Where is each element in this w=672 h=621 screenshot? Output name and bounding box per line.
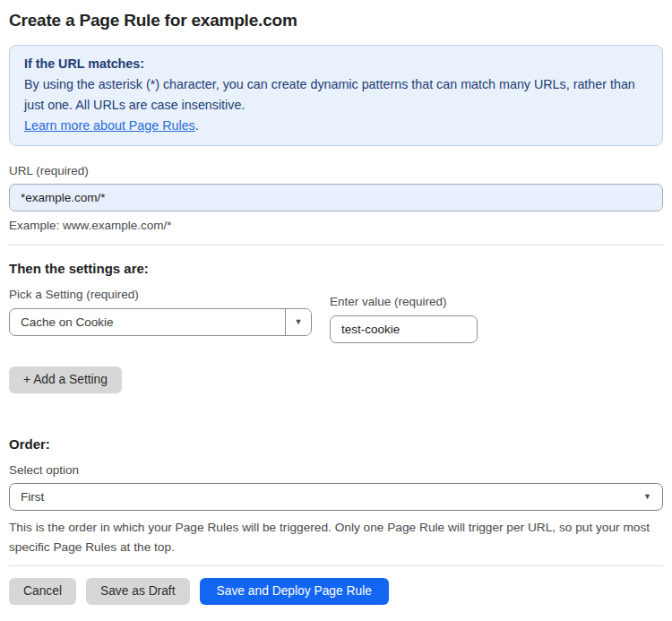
setting-value-input[interactable]: [330, 315, 478, 343]
enter-value-label: Enter value (required): [330, 295, 478, 308]
chevron-down-icon: ▼: [295, 318, 303, 326]
link-suffix-text: .: [195, 118, 199, 133]
info-box-link-line: Learn more about Page Rules.: [24, 116, 648, 136]
url-field-label: URL (required): [9, 164, 663, 177]
save-deploy-button[interactable]: Save and Deploy Page Rule: [200, 578, 389, 605]
cancel-button[interactable]: Cancel: [9, 578, 76, 605]
pick-setting-selected-value: Cache on Cookie: [10, 309, 285, 335]
learn-more-link[interactable]: Learn more about Page Rules: [24, 118, 195, 133]
order-section-heading: Order:: [9, 436, 663, 452]
chevron-down-icon: ▼: [643, 493, 651, 501]
pick-setting-column: Pick a Setting (required) Cache on Cooki…: [9, 288, 312, 343]
save-draft-button[interactable]: Save as Draft: [86, 578, 190, 605]
dropdown-arrow-button[interactable]: ▼: [285, 309, 311, 335]
settings-section-heading: Then the settings are:: [9, 261, 663, 276]
order-select[interactable]: First ▼: [9, 483, 663, 511]
section-divider: [9, 245, 663, 246]
order-help-text: This is the order in which your Page Rul…: [9, 518, 652, 557]
add-setting-button[interactable]: + Add a Setting: [9, 367, 122, 393]
info-box-body: By using the asterisk (*) character, you…: [24, 74, 642, 116]
page-title: Create a Page Rule for example.com: [9, 11, 663, 30]
pick-setting-label: Pick a Setting (required): [9, 288, 312, 301]
url-match-info-box: If the URL matches: By using the asteris…: [9, 45, 663, 146]
create-page-rule-form: Create a Page Rule for example.com If th…: [9, 11, 663, 605]
footer-actions: Cancel Save as Draft Save and Deploy Pag…: [9, 578, 663, 605]
footer-divider: [9, 565, 663, 566]
url-example-text: Example: www.example.com/*: [9, 219, 663, 232]
info-box-heading: If the URL matches:: [24, 54, 648, 74]
url-input[interactable]: [9, 184, 663, 211]
select-option-label: Select option: [9, 463, 663, 477]
enter-value-column: Enter value (required): [330, 288, 478, 343]
pick-setting-dropdown[interactable]: Cache on Cookie ▼: [9, 308, 312, 336]
order-selected-value: First: [21, 490, 44, 504]
settings-row: Pick a Setting (required) Cache on Cooki…: [9, 288, 663, 343]
